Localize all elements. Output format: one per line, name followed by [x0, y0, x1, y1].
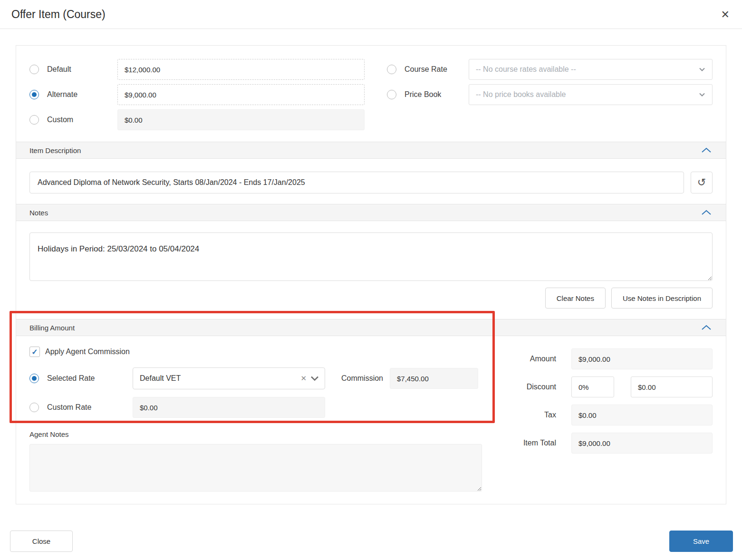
checkmark-icon: ✓: [31, 348, 38, 357]
notes-header-label: Notes: [29, 209, 48, 217]
custom-rate-label: Custom Rate: [47, 403, 91, 412]
custom-rate-row: Custom Rate: [29, 397, 504, 418]
item-total-field: $9,000.00: [571, 433, 713, 454]
billing-amount-content: ✓ Apply Agent Commission Selected Rate D…: [16, 336, 726, 504]
selected-rate-select[interactable]: Default VET ✕: [133, 367, 325, 389]
alternate-rate-label: Alternate: [47, 90, 77, 99]
commission-field: [390, 368, 478, 389]
price-book-select[interactable]: -- No price books available: [469, 84, 713, 105]
discount-row: Discount: [504, 377, 713, 397]
selected-rate-label: Selected Rate: [47, 374, 95, 383]
chevron-up-icon: [701, 325, 712, 330]
item-description-collapse-button[interactable]: [700, 146, 713, 154]
course-rate-label: Course Rate: [405, 65, 447, 74]
history-icon: ↺: [697, 176, 706, 189]
tax-row: Tax $0.00: [504, 405, 713, 425]
item-description-content: ↺: [16, 159, 726, 204]
clear-notes-button[interactable]: Clear Notes: [545, 288, 606, 309]
billing-amount-header: Billing Amount: [16, 319, 726, 336]
amount-row: Amount $9,000.00: [504, 348, 713, 369]
discount-percent-input[interactable]: [571, 377, 614, 397]
rate-row-default: Default Course Rate -- No course rates a…: [29, 59, 713, 80]
close-button[interactable]: Close: [10, 531, 73, 552]
discount-amount-input[interactable]: [631, 377, 713, 397]
apply-agent-commission-checkbox[interactable]: ✓: [29, 347, 40, 357]
default-rate-input[interactable]: [117, 59, 365, 80]
billing-amount-header-label: Billing Amount: [29, 324, 75, 332]
rate-row-alternate: Alternate Price Book -- No price books a…: [29, 84, 713, 105]
item-description-input[interactable]: [29, 172, 684, 193]
chevron-down-icon: [699, 92, 705, 97]
commission-label: Commission: [341, 374, 383, 383]
chevron-up-icon: [701, 147, 712, 153]
save-button[interactable]: Save: [669, 531, 733, 552]
item-total-row: Item Total $9,000.00: [504, 433, 713, 454]
custom-rate-option-input: [117, 109, 365, 130]
default-rate-label: Default: [47, 65, 71, 74]
totals-panel: Amount $9,000.00 Discount Tax $0.00 Item…: [504, 348, 713, 454]
item-description-header: Item Description: [16, 142, 726, 159]
course-rate-select[interactable]: -- No course rates available --: [469, 59, 713, 80]
custom-rate-radio[interactable]: [29, 403, 39, 412]
notes-header: Notes: [16, 204, 726, 221]
tax-label: Tax: [504, 411, 556, 419]
close-icon[interactable]: ✕: [719, 8, 732, 22]
offer-item-panel: Default Course Rate -- No course rates a…: [16, 45, 726, 504]
modal-header: Offer Item (Course) ✕: [0, 0, 742, 29]
agent-notes-label: Agent Notes: [29, 430, 504, 438]
rates-section: Default Course Rate -- No course rates a…: [16, 46, 726, 142]
modal-footer: Close Save: [10, 531, 733, 552]
selected-rate-radio[interactable]: [29, 374, 39, 383]
use-notes-in-description-button[interactable]: Use Notes in Description: [611, 288, 713, 309]
amount-label: Amount: [504, 355, 556, 363]
custom-rate-field: [133, 397, 325, 418]
price-book-select-value: -- No price books available: [476, 90, 566, 99]
chevron-down-icon: [310, 376, 319, 381]
tax-field: $0.00: [571, 405, 713, 425]
notes-textarea[interactable]: Holidays in Period: 25/03/2024 to 05/04/…: [29, 232, 713, 281]
billing-amount-collapse-button[interactable]: [700, 324, 713, 331]
history-button[interactable]: ↺: [691, 172, 713, 193]
notes-content: Holidays in Period: 25/03/2024 to 05/04/…: [16, 221, 726, 319]
notes-collapse-button[interactable]: [700, 209, 713, 216]
alternate-rate-input[interactable]: [117, 84, 365, 105]
price-book-radio[interactable]: [387, 90, 396, 99]
apply-agent-commission-row: ✓ Apply Agent Commission: [29, 347, 504, 357]
discount-label: Discount: [504, 383, 556, 391]
clear-selection-icon[interactable]: ✕: [297, 374, 310, 383]
agent-notes-textarea[interactable]: [29, 444, 482, 492]
chevron-up-icon: [701, 210, 712, 215]
chevron-down-icon: [699, 67, 705, 72]
item-total-label: Item Total: [504, 439, 556, 447]
price-book-label: Price Book: [405, 90, 441, 99]
selected-rate-select-value: Default VET: [140, 374, 297, 383]
default-rate-radio[interactable]: [29, 65, 39, 74]
apply-agent-commission-label: Apply Agent Commission: [45, 348, 130, 356]
course-rate-radio[interactable]: [387, 65, 396, 74]
custom-rate-option-label: Custom: [47, 116, 73, 124]
alternate-rate-radio[interactable]: [29, 90, 39, 99]
modal-title: Offer Item (Course): [11, 8, 106, 21]
rate-row-custom: Custom: [29, 109, 713, 130]
course-rate-select-value: -- No course rates available --: [476, 65, 576, 74]
selected-rate-row: Selected Rate Default VET ✕ Commission: [29, 367, 504, 389]
item-description-header-label: Item Description: [29, 146, 81, 154]
amount-field: $9,000.00: [571, 348, 713, 369]
custom-rate-option-radio[interactable]: [29, 115, 39, 125]
